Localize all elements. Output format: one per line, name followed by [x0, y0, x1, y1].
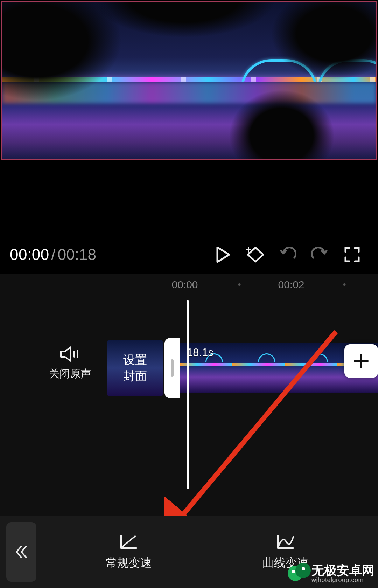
keyframe-add-icon [245, 245, 266, 264]
add-clip-button[interactable] [344, 344, 378, 378]
chevron-double-left-icon [14, 544, 29, 560]
set-cover-label: 设置 封面 [123, 352, 147, 384]
clip-trim-handle-left[interactable] [164, 338, 180, 398]
playhead[interactable] [187, 300, 189, 489]
undo-icon [279, 247, 296, 262]
timeline-ruler: 00:00 00:02 [0, 274, 378, 302]
curve-speed-icon [276, 533, 295, 550]
mute-audio-toggle[interactable]: 关闭原声 [35, 346, 105, 381]
timeline[interactable]: 00:00 00:02 关闭原声 设置 封面 [0, 274, 378, 516]
normal-speed-icon [119, 533, 139, 550]
clip-duration-label: 18.1s [187, 346, 214, 359]
timecode-current: 00:00 [10, 246, 49, 263]
timecode-separator: / [49, 246, 58, 263]
video-preview[interactable] [1, 1, 377, 160]
mute-audio-label: 关闭原声 [35, 367, 105, 381]
tool-normal-speed-label: 常规变速 [106, 555, 152, 571]
speed-toolbar: 常规变速 曲线变速 [0, 516, 378, 588]
set-cover-button[interactable]: 设置 封面 [107, 340, 163, 396]
timecode-total: 00:18 [58, 246, 96, 263]
tool-curve-speed[interactable]: 曲线变速 [262, 533, 309, 571]
toolbar-back-button[interactable] [6, 522, 36, 582]
play-button[interactable] [207, 241, 239, 269]
ruler-dot [238, 283, 241, 286]
ruler-label: 00:02 [278, 279, 304, 291]
play-icon [216, 247, 231, 263]
ruler-dot [343, 283, 346, 286]
keyframe-button[interactable] [239, 241, 272, 269]
redo-button[interactable] [304, 241, 336, 269]
ruler-label: 00:00 [172, 279, 198, 291]
undo-button[interactable] [272, 241, 304, 269]
speaker-icon [59, 346, 80, 362]
fullscreen-button[interactable] [336, 241, 368, 269]
tool-curve-speed-label: 曲线变速 [262, 555, 309, 571]
player-controls-bar: 00:00 / 00:18 [0, 236, 378, 274]
plus-icon [354, 353, 369, 369]
tool-normal-speed[interactable]: 常规变速 [106, 533, 152, 571]
redo-icon [311, 247, 329, 262]
fullscreen-icon [344, 247, 360, 262]
